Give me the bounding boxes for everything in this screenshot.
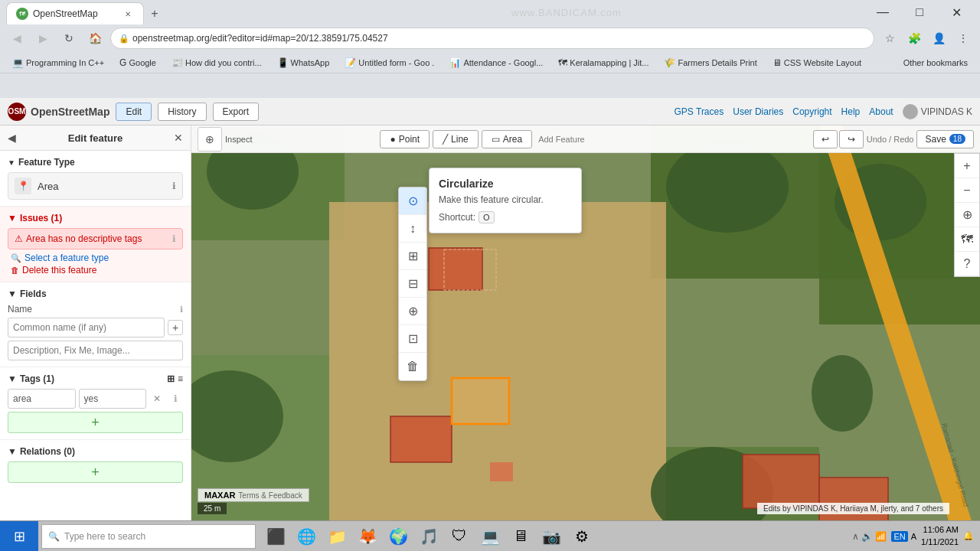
- name-add-btn[interactable]: +: [168, 320, 183, 335]
- add-relation-btn[interactable]: +: [8, 461, 183, 483]
- help-link[interactable]: Help: [841, 106, 861, 117]
- notification-bell[interactable]: 🔔: [963, 531, 974, 541]
- zoom-out-btn[interactable]: −: [955, 178, 979, 203]
- select-feature-type-action[interactable]: 🔍 Select a feature type: [11, 253, 183, 263]
- map-background-btn[interactable]: 🗺: [955, 227, 979, 252]
- minimize-btn[interactable]: —: [865, 0, 900, 24]
- issue-info-icon[interactable]: ℹ: [172, 233, 176, 244]
- bookmark-form[interactable]: 📝 Untitled form - Goo .: [338, 56, 440, 70]
- copyright-link[interactable]: Copyright: [792, 106, 831, 117]
- save-btn[interactable]: Save 18: [916, 130, 973, 148]
- map-area[interactable]: Ramanad - Kalithingal Road: [191, 126, 980, 520]
- forward-btn[interactable]: ▶: [32, 28, 54, 49]
- extension-icon[interactable]: 🧩: [903, 28, 925, 49]
- user-diaries-link[interactable]: User Diaries: [733, 106, 783, 117]
- point-mode-btn[interactable]: ● Point: [380, 130, 430, 148]
- music-btn[interactable]: 🎵: [415, 523, 443, 550]
- panel-back-btn[interactable]: ◀: [8, 132, 23, 144]
- issues-header[interactable]: ▼ Issues (1): [8, 213, 183, 223]
- gps-traces-link[interactable]: GPS Traces: [675, 106, 724, 117]
- area-mode-btn[interactable]: ▭ Area: [482, 130, 532, 148]
- osm-app: OSM OpenStreetMap Edit History Export GP…: [0, 98, 980, 520]
- settings-icon[interactable]: ⋮: [952, 28, 974, 49]
- bookmark-cpp[interactable]: 💻 Programming In C++: [6, 56, 110, 70]
- redo-btn[interactable]: ↪: [839, 130, 864, 148]
- bookmark-attendance[interactable]: 📊 Attendance - Googl...: [443, 56, 549, 70]
- terms-credit[interactable]: Terms & Feedback: [238, 491, 302, 500]
- history-button[interactable]: History: [158, 103, 206, 121]
- feature-type-info-icon[interactable]: ℹ: [172, 181, 176, 191]
- home-btn[interactable]: 🏠: [84, 28, 106, 49]
- bookmark-kerala[interactable]: 🗺 Keralamapping | Jit...: [552, 56, 655, 70]
- tab-close-btn[interactable]: ✕: [122, 8, 134, 20]
- help-map-btn[interactable]: ?: [955, 252, 979, 276]
- bookmark-whatsapp[interactable]: 📱 WhatsApp: [271, 56, 336, 70]
- relations-header[interactable]: ▼ Relations (0): [8, 446, 183, 457]
- tag-value-yes[interactable]: yes: [79, 389, 147, 409]
- settings-taskbar-btn[interactable]: ⚙: [568, 523, 596, 550]
- start-button[interactable]: ⊞: [0, 521, 38, 552]
- bookmark-google[interactable]: G Google: [113, 56, 162, 70]
- camera-btn[interactable]: 📷: [537, 523, 565, 550]
- add-field-select[interactable]: Description, Fix Me, Image...: [8, 341, 183, 360]
- firefox-btn[interactable]: 🦊: [354, 523, 381, 550]
- extract-btn[interactable]: ⊡: [399, 325, 426, 353]
- computer-btn[interactable]: 💻: [476, 523, 504, 550]
- inspect-btn[interactable]: ⊕: [198, 127, 222, 152]
- chrome-btn[interactable]: 🌍: [384, 523, 412, 550]
- zoom-in-btn[interactable]: +: [955, 154, 979, 178]
- tags-header[interactable]: ▼ Tags (1) ⊞ ≡: [8, 373, 183, 384]
- url-input[interactable]: 🔒 openstreetmap.org/edit?editor=id#map=2…: [110, 28, 874, 49]
- tags-list-icon[interactable]: ≡: [178, 373, 183, 384]
- export-button[interactable]: Export: [213, 103, 260, 121]
- tags-grid-icon[interactable]: ⊞: [167, 373, 175, 384]
- close-btn[interactable]: ✕: [939, 0, 974, 24]
- about-link[interactable]: About: [869, 106, 893, 117]
- line-mode-btn[interactable]: ╱ Line: [433, 130, 479, 148]
- file-explorer-btn[interactable]: 📁: [323, 523, 351, 550]
- undo-btn[interactable]: ↩: [813, 130, 838, 148]
- add-tag-btn[interactable]: +: [8, 412, 183, 433]
- tab-title: OpenStreetMap: [33, 8, 98, 19]
- profile-icon[interactable]: 👤: [928, 28, 949, 49]
- orthogonalize-btn[interactable]: ⊞: [399, 243, 426, 270]
- tag-info-btn[interactable]: ℹ: [168, 391, 183, 406]
- bookmark-howdid[interactable]: 📰 How did you contri...: [165, 56, 268, 70]
- line-icon: ╱: [443, 134, 448, 145]
- edit-button[interactable]: Edit: [116, 103, 152, 121]
- new-tab-btn[interactable]: +: [144, 3, 165, 24]
- delete-feature-btn[interactable]: 🗑: [399, 353, 426, 380]
- other-bookmarks[interactable]: Other bookmarks: [897, 57, 974, 69]
- delete-feature-action[interactable]: 🗑 Delete this feature: [11, 265, 183, 276]
- task-view-btn[interactable]: ⬛: [262, 523, 289, 550]
- monitor-btn[interactable]: 🖥: [507, 523, 534, 550]
- edge-btn[interactable]: 🌐: [292, 523, 320, 550]
- reflect-btn[interactable]: ⊟: [399, 270, 426, 298]
- language-badge: EN: [891, 531, 907, 542]
- tag-delete-btn[interactable]: ✕: [149, 391, 165, 406]
- name-input[interactable]: [8, 318, 165, 337]
- bookmark-css[interactable]: 🖥 CSS Website Layout: [766, 56, 867, 70]
- circularize-btn[interactable]: ⊙: [399, 187, 426, 215]
- refresh-btn[interactable]: ↻: [58, 28, 80, 49]
- fields-header[interactable]: ▼ Fields: [8, 289, 183, 299]
- save-count: 18: [949, 134, 965, 144]
- star-icon[interactable]: ☆: [879, 28, 900, 49]
- back-btn[interactable]: ◀: [6, 28, 28, 49]
- browser-tab-osm[interactable]: 🗺 OpenStreetMap ✕: [6, 2, 144, 24]
- maximize-btn[interactable]: □: [902, 0, 937, 24]
- tooltip-description: Make this feature circular.: [439, 194, 572, 205]
- bookmark-farmers[interactable]: 🌾 Farmers Details Print: [658, 56, 763, 70]
- circularize2-btn[interactable]: ⊕: [399, 298, 426, 325]
- tag-key-area[interactable]: area: [8, 389, 76, 409]
- taskbar-search[interactable]: 🔍 Type here to search: [41, 524, 256, 549]
- panel-close-btn[interactable]: ✕: [168, 132, 183, 144]
- gps-location-btn[interactable]: ⊕: [955, 203, 979, 227]
- feature-type-header[interactable]: ▼ Feature Type: [8, 157, 183, 168]
- move-vertex-btn[interactable]: ↕: [399, 215, 426, 243]
- security-btn[interactable]: 🛡: [446, 523, 473, 550]
- osm-user[interactable]: VIPINDAS K: [903, 104, 972, 119]
- shortcut-label: Shortcut:: [439, 212, 475, 223]
- bookmark-label-att: Attendance - Googl...: [463, 58, 543, 67]
- name-field-info[interactable]: ℹ: [180, 305, 183, 315]
